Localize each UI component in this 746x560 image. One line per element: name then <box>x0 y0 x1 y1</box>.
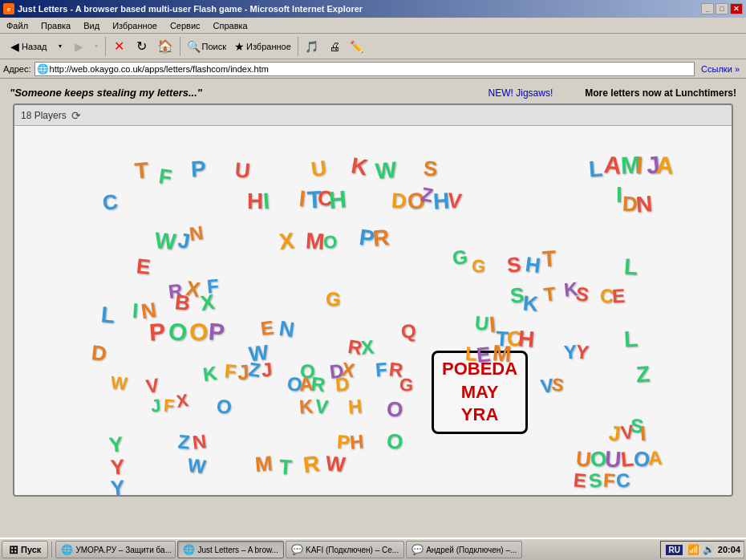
taskbar-item-1[interactable]: 🌐 Just Letters – A brow... <box>177 541 284 558</box>
refresh-players-icon[interactable]: ⟳ <box>71 109 81 122</box>
minimize-button[interactable]: _ <box>701 3 714 14</box>
game-letter[interactable]: K <box>522 290 539 317</box>
game-letter[interactable]: P <box>208 318 225 346</box>
edit-button[interactable]: ✏️ <box>347 36 367 57</box>
menu-tools[interactable]: Сервис <box>167 19 204 32</box>
taskbar-item-3[interactable]: 💬 Андрей (Подключен) –... <box>406 541 522 558</box>
game-letter[interactable]: Z <box>177 430 191 453</box>
jigsaws-link[interactable]: NEW! Jigsaws! <box>489 87 553 99</box>
game-letter[interactable]: E <box>573 469 587 492</box>
maximize-button[interactable]: □ <box>716 3 728 14</box>
game-letter[interactable]: X <box>175 390 189 412</box>
game-letter[interactable]: D <box>334 372 351 396</box>
game-letter[interactable]: C <box>615 469 631 492</box>
game-letter[interactable]: S <box>505 252 521 278</box>
game-letter[interactable]: G <box>399 374 414 396</box>
game-letter[interactable]: K <box>349 152 369 181</box>
game-letter[interactable]: E <box>611 285 625 308</box>
game-letter[interactable]: O <box>322 232 337 254</box>
game-letter[interactable]: S <box>587 469 602 493</box>
links-button[interactable]: Ссылки » <box>698 64 743 74</box>
game-letter[interactable]: I <box>262 189 270 214</box>
game-letter[interactable]: K <box>298 395 314 418</box>
game-letter[interactable]: I <box>635 152 644 179</box>
game-letter[interactable]: T <box>542 282 557 306</box>
refresh-button[interactable]: ↻ <box>132 36 152 57</box>
game-letter[interactable]: P <box>148 318 166 346</box>
game-letter[interactable]: R <box>310 372 326 396</box>
game-letter[interactable]: I <box>616 182 622 208</box>
game-letter[interactable]: L <box>623 327 639 353</box>
game-letter[interactable]: N <box>278 316 296 343</box>
game-letter[interactable]: V <box>446 188 462 214</box>
game-letter[interactable]: W <box>375 157 398 185</box>
game-letter[interactable]: M <box>254 451 274 477</box>
game-letter[interactable]: D <box>90 340 107 367</box>
lunchtimers-link[interactable]: More letters now at Lunchtimers! <box>585 87 736 99</box>
game-letter[interactable]: L <box>588 156 603 182</box>
game-letter[interactable]: H <box>328 185 348 214</box>
game-canvas[interactable]: POBEDA MAY YRA TFPUUKWSLAMIJACHIITCHDOZH… <box>14 126 732 495</box>
game-letter[interactable]: N <box>191 430 208 454</box>
game-letter[interactable]: N <box>635 191 654 218</box>
game-letter[interactable]: W <box>154 228 177 255</box>
taskbar-item-2[interactable]: 💬 KAFI (Подключен) – Се... <box>286 541 404 558</box>
game-letter[interactable]: H <box>349 430 365 453</box>
game-letter[interactable]: C <box>101 189 119 216</box>
menu-file[interactable]: Файл <box>3 19 31 32</box>
game-letter[interactable]: F <box>163 396 175 417</box>
game-letter[interactable]: I <box>639 421 647 446</box>
game-letter[interactable]: U <box>234 157 251 184</box>
game-letter[interactable]: F <box>602 469 616 493</box>
game-letter[interactable]: F <box>375 358 388 381</box>
game-letter[interactable]: R <box>302 451 321 478</box>
game-letter[interactable]: Z <box>635 361 651 388</box>
game-letter[interactable]: T <box>134 157 150 184</box>
game-letter[interactable]: G <box>325 287 342 310</box>
game-letter[interactable]: F <box>157 164 173 190</box>
game-letter[interactable]: M <box>492 340 513 367</box>
back-button[interactable]: ◀ Назад <box>3 36 55 57</box>
game-letter[interactable]: Y <box>574 340 590 364</box>
forward-dropdown-arrow[interactable]: ▾ <box>91 36 102 57</box>
close-button[interactable]: ✕ <box>730 3 743 14</box>
game-letter[interactable]: K <box>201 362 218 386</box>
game-letter[interactable]: A <box>647 447 663 470</box>
game-letter[interactable]: F <box>224 359 237 383</box>
game-letter[interactable]: S <box>550 374 565 396</box>
search-button[interactable]: 🔍 Поиск <box>184 36 229 57</box>
game-letter[interactable]: H <box>347 395 363 418</box>
print-button[interactable]: 🖨 <box>324 36 345 57</box>
game-letter[interactable]: S <box>423 156 438 182</box>
game-letter[interactable]: J <box>176 228 192 254</box>
back-dropdown-arrow[interactable]: ▾ <box>55 36 66 57</box>
game-letter[interactable]: E <box>475 342 491 368</box>
game-letter[interactable]: W <box>186 454 207 479</box>
start-button[interactable]: ⊞ Пуск <box>2 541 48 558</box>
game-letter[interactable]: U <box>310 156 328 182</box>
favorites-button[interactable]: ★ Избранное <box>231 36 294 57</box>
game-letter[interactable]: O <box>167 318 189 347</box>
game-letter[interactable]: G <box>471 255 486 277</box>
game-letter[interactable]: T <box>278 454 293 480</box>
game-letter[interactable]: E <box>259 316 274 340</box>
game-letter[interactable]: J <box>150 396 161 417</box>
game-letter[interactable]: A <box>655 151 674 179</box>
game-letter[interactable]: V <box>314 395 329 419</box>
game-letter[interactable]: Z <box>247 358 262 382</box>
address-input[interactable] <box>50 64 693 74</box>
game-letter[interactable]: I <box>298 186 306 213</box>
game-letter[interactable]: U <box>474 311 490 335</box>
stop-button[interactable]: ✕ <box>109 36 130 57</box>
game-letter[interactable]: S <box>574 282 590 306</box>
game-letter[interactable]: T <box>541 246 557 272</box>
home-button[interactable]: 🏠 <box>154 36 176 57</box>
game-letter[interactable]: X <box>278 228 295 255</box>
menu-edit[interactable]: Правка <box>38 19 74 32</box>
game-letter[interactable]: E <box>135 254 151 280</box>
taskbar-item-0[interactable]: 🌐 УМОРА.РУ – Защити ба... <box>55 541 176 558</box>
menu-favorites[interactable]: Избранное <box>109 19 160 32</box>
game-letter[interactable]: H <box>517 326 536 353</box>
game-letter[interactable]: R <box>372 225 391 252</box>
game-letter[interactable]: L <box>623 254 639 280</box>
